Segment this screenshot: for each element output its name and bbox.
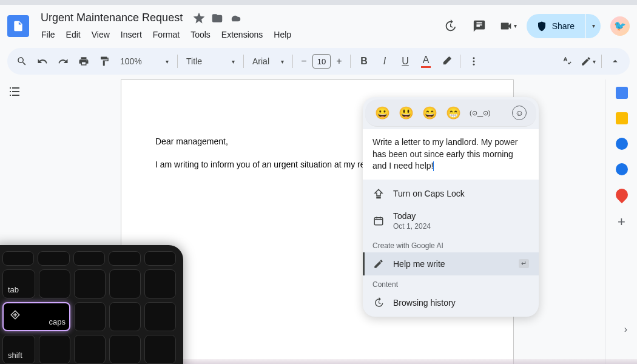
font-select[interactable]: Arial ▾ — [248, 52, 289, 71]
menu-bar: File Edit View Insert Format Tools Exten… — [36, 27, 434, 42]
quick-insert-icon — [10, 309, 21, 322]
avatar[interactable]: 🐦 — [610, 16, 630, 36]
menu-insert[interactable]: Insert — [116, 27, 147, 42]
share-label: Share — [552, 21, 575, 31]
emoji-picker-icon[interactable]: ☺ — [512, 106, 527, 120]
option-label: Today Oct 1, 2024 — [393, 211, 431, 231]
key-fragment[interactable] — [73, 251, 105, 266]
key-blank[interactable] — [74, 335, 106, 364]
key-shift[interactable]: shift — [2, 335, 35, 364]
docs-logo-icon[interactable] — [7, 15, 29, 37]
search-icon[interactable] — [12, 52, 32, 71]
key-caps[interactable]: caps — [2, 302, 70, 331]
key-blank[interactable] — [74, 269, 106, 298]
menu-format[interactable]: Format — [148, 27, 184, 42]
option-today[interactable]: Today Oct 1, 2024 — [363, 205, 539, 237]
key-blank[interactable] — [39, 269, 70, 298]
cloud-status-icon[interactable] — [229, 12, 241, 24]
svg-point-0 — [473, 57, 475, 59]
option-browsing-history[interactable]: Browsing history — [363, 291, 539, 314]
edit-mode-icon[interactable]: ▾ — [578, 52, 598, 71]
doc-title[interactable]: Urgent Maintenance Request — [36, 10, 187, 26]
kaomoji-option[interactable]: (⊙‿⊙) — [470, 109, 490, 117]
enter-shortcut-badge: ↵ — [519, 259, 529, 268]
redo-icon[interactable] — [53, 52, 73, 71]
key-fragment[interactable] — [38, 251, 69, 266]
collapse-toolbar-icon[interactable] — [605, 52, 625, 71]
style-value: Title — [186, 56, 202, 66]
underline-icon[interactable]: U — [396, 52, 415, 71]
increase-font-icon[interactable]: + — [332, 52, 346, 71]
zoom-value: 100% — [120, 56, 142, 66]
hide-side-panel-icon[interactable]: › — [624, 324, 627, 335]
more-icon[interactable] — [464, 52, 484, 71]
italic-icon[interactable]: I — [375, 52, 394, 71]
key-blank[interactable] — [39, 335, 70, 364]
section-content: Content — [363, 275, 539, 291]
option-label: Help me write — [393, 259, 445, 269]
undo-icon[interactable] — [33, 52, 52, 71]
emoji-option[interactable]: 😁 — [446, 106, 461, 120]
keep-icon[interactable] — [616, 112, 628, 124]
menu-view[interactable]: View — [87, 27, 115, 42]
key-blank[interactable] — [144, 302, 176, 331]
prompt-input[interactable]: Write a letter to my landlord. My power … — [363, 129, 539, 180]
key-blank[interactable] — [144, 269, 176, 298]
separator — [350, 55, 351, 68]
bold-icon[interactable]: B — [354, 52, 374, 71]
zoom-select[interactable]: 100% ▾ — [115, 52, 174, 71]
key-blank[interactable] — [109, 335, 141, 364]
maps-icon[interactable] — [613, 186, 630, 203]
tasks-icon[interactable] — [616, 138, 628, 150]
share-dropdown[interactable]: ▾ — [586, 14, 601, 38]
share-button[interactable]: Share — [527, 14, 585, 38]
emoji-option[interactable]: 😄 — [422, 106, 437, 120]
calendar-icon[interactable] — [616, 87, 628, 99]
comments-icon[interactable] — [468, 15, 490, 37]
contacts-icon[interactable] — [616, 163, 628, 175]
key-blank[interactable] — [109, 302, 141, 331]
key-blank[interactable] — [144, 335, 176, 364]
key-tab[interactable]: tab — [2, 269, 35, 298]
key-blank[interactable] — [109, 269, 141, 298]
menu-edit[interactable]: Edit — [61, 27, 86, 42]
menu-tools[interactable]: Tools — [186, 27, 215, 42]
style-select[interactable]: Title ▾ — [181, 52, 240, 71]
key-fragment[interactable] — [2, 251, 34, 266]
paint-format-icon[interactable] — [95, 52, 114, 71]
option-help-me-write[interactable]: Help me write ↵ — [363, 252, 539, 275]
separator — [243, 55, 244, 68]
caps-lock-icon — [372, 188, 385, 199]
star-icon[interactable] — [193, 12, 205, 24]
print-icon[interactable] — [74, 52, 93, 71]
menu-extensions[interactable]: Extensions — [217, 27, 268, 42]
font-size-value: 10 — [317, 57, 326, 66]
add-addon-icon[interactable]: + — [618, 214, 625, 230]
emoji-option[interactable]: 😃 — [399, 106, 414, 120]
chevron-down-icon: ▾ — [514, 22, 517, 29]
pencil-magic-icon — [372, 258, 385, 269]
decrease-font-icon[interactable]: − — [297, 52, 311, 71]
font-size-input[interactable]: 10 — [312, 54, 331, 69]
calendar-icon — [372, 215, 385, 226]
spellcheck-icon[interactable] — [558, 52, 577, 71]
meet-icon[interactable]: ▾ — [497, 15, 519, 37]
emoji-option[interactable]: 😀 — [375, 106, 390, 120]
option-caps-lock[interactable]: Turn on Caps Lock — [363, 182, 539, 205]
key-fragment[interactable] — [144, 251, 176, 266]
key-blank[interactable] — [74, 302, 106, 331]
font-value: Arial — [252, 56, 269, 66]
virtual-keyboard: tab caps shift — [0, 245, 183, 364]
key-fragment[interactable] — [109, 251, 140, 266]
emoji-suggestions: 😀 😃 😄 😁 (⊙‿⊙) ☺ — [365, 99, 536, 127]
menu-help[interactable]: Help — [269, 27, 296, 42]
outline-icon[interactable] — [7, 84, 22, 99]
history-icon[interactable] — [439, 15, 461, 37]
highlight-icon[interactable] — [437, 52, 456, 71]
chevron-down-icon: ▾ — [166, 58, 169, 65]
docs-header: Urgent Maintenance Request File Edit Vie… — [0, 5, 637, 42]
assist-options: Turn on Caps Lock Today Oct 1, 2024 Crea… — [363, 180, 539, 317]
menu-file[interactable]: File — [36, 27, 60, 42]
text-color-icon[interactable]: A — [416, 52, 436, 71]
move-icon[interactable] — [211, 12, 223, 24]
